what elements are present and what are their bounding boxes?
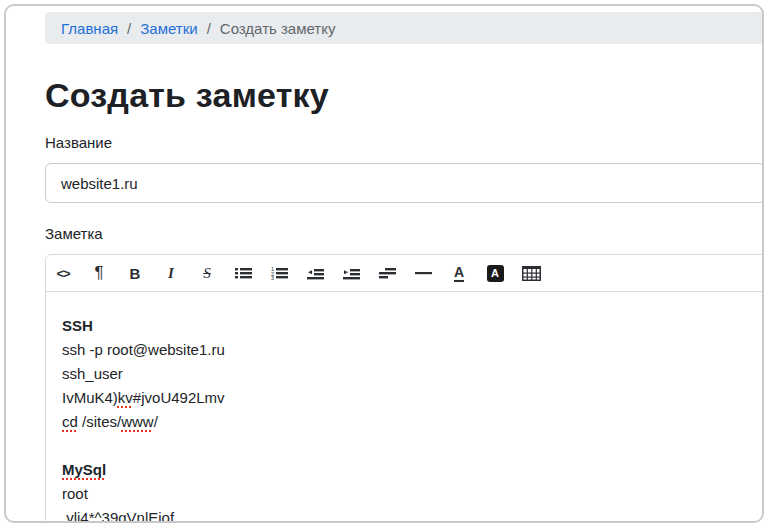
paragraph-format-button[interactable]: ¶ [83, 258, 115, 288]
strikethrough-icon: S [203, 265, 211, 282]
ordered-list-button[interactable]: 1 2 3 [263, 258, 295, 288]
background-color-button[interactable]: A [479, 258, 511, 288]
editor-line: MySql [62, 458, 749, 482]
breadcrumb: Главная / Заметки / Создать заметку [45, 12, 764, 44]
align-button[interactable] [371, 258, 403, 288]
note-field-label: Заметка [45, 225, 762, 243]
editor-line: root [62, 482, 749, 506]
italic-icon: I [168, 265, 174, 282]
rich-text-editor: <> ¶ B I S 1 2 3 [45, 254, 764, 523]
bold-icon: B [130, 265, 141, 282]
page-card: Главная / Заметки / Создать заметку Созд… [4, 4, 764, 523]
code-view-button[interactable]: <> [47, 258, 79, 288]
bold-button[interactable]: B [119, 258, 151, 288]
misspelled-word: MySql [62, 461, 106, 478]
misspelled-word: kv [118, 389, 133, 406]
page-title: Создать заметку [45, 74, 762, 116]
horizontal-rule-icon [415, 265, 432, 281]
main-content: Главная / Заметки / Создать заметку Созд… [6, 12, 762, 523]
editor-line: SSH [62, 314, 749, 338]
paragraph-icon: ¶ [94, 263, 103, 283]
font-color-icon: A [454, 265, 464, 282]
name-input[interactable] [45, 163, 764, 203]
strikethrough-button[interactable]: S [191, 258, 223, 288]
editor-line: ,vlj4*^39gVnlEiof [62, 506, 749, 523]
indent-button[interactable] [335, 258, 367, 288]
outdent-button[interactable] [299, 258, 331, 288]
insert-table-button[interactable] [515, 258, 547, 288]
misspelled-word: cd [62, 413, 78, 430]
font-color-button[interactable]: A [443, 258, 475, 288]
svg-text:3: 3 [271, 275, 274, 281]
breadcrumb-separator: / [127, 20, 131, 37]
unordered-list-button[interactable] [227, 258, 259, 288]
breadcrumb-separator: / [207, 20, 211, 37]
insert-table-icon [522, 266, 541, 281]
name-field-label: Название [45, 134, 762, 152]
horizontal-rule-button[interactable] [407, 258, 439, 288]
unordered-list-icon [235, 265, 252, 281]
breadcrumb-link-home[interactable]: Главная [61, 20, 118, 37]
editor-line: ssh -p root@website1.ru [62, 338, 749, 362]
breadcrumb-current: Создать заметку [220, 20, 336, 37]
outdent-icon [307, 265, 324, 281]
indent-icon [343, 265, 360, 281]
note-editor-area[interactable]: SSH ssh -p root@website1.ru ssh_user IvM… [46, 292, 764, 523]
italic-button[interactable]: I [155, 258, 187, 288]
misspelled-word: www [121, 413, 154, 430]
editor-toolbar: <> ¶ B I S 1 2 3 [46, 255, 764, 292]
editor-blank-line [62, 434, 749, 458]
editor-line: IvMuK4)kv#jvoU492Lmv [62, 386, 749, 410]
align-icon [379, 265, 396, 281]
code-view-icon: <> [56, 266, 69, 281]
editor-line: ssh_user [62, 362, 749, 386]
background-color-icon: A [487, 265, 504, 282]
editor-line: cd /sites/www/ [62, 410, 749, 434]
ordered-list-icon: 1 2 3 [271, 265, 288, 281]
breadcrumb-link-notes[interactable]: Заметки [140, 20, 197, 37]
